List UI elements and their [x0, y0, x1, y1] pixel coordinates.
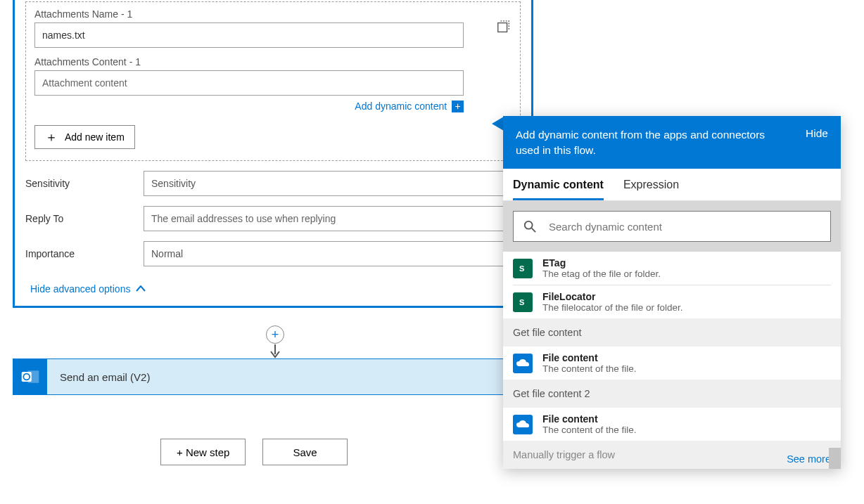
dc-item-title: ETag — [542, 257, 661, 269]
dc-item-file-content-1[interactable]: File content The content of the file. — [503, 347, 841, 380]
sensitivity-label: Sensitivity — [25, 178, 144, 189]
dc-item-file-content-2[interactable]: File content The content of the file. — [503, 408, 841, 441]
plus-icon: ＋ — [45, 131, 58, 143]
dynamic-content-header-text: Add dynamic content from the apps and co… — [516, 127, 769, 157]
footer-buttons: + New step Save — [160, 439, 348, 465]
dc-section-manual-trigger: Manually trigger a flow See more — [503, 441, 841, 469]
sharepoint-icon: S — [513, 292, 533, 312]
attachment-content-input[interactable] — [34, 70, 464, 96]
outlook-icon — [13, 358, 47, 395]
see-more-link[interactable]: See more — [787, 453, 831, 465]
save-button[interactable]: Save — [262, 439, 347, 465]
sensitivity-value: Sensitivity — [151, 178, 196, 189]
dc-item-desc: The content of the file. — [542, 425, 637, 435]
svg-text:S: S — [519, 298, 524, 306]
importance-value: Normal — [151, 248, 183, 259]
dc-item-title: File content — [542, 413, 637, 425]
dynamic-content-header: Add dynamic content from the apps and co… — [503, 116, 841, 169]
dynamic-content-tabs: Dynamic content Expression — [503, 169, 841, 201]
tab-dynamic-content[interactable]: Dynamic content — [513, 179, 604, 200]
svg-point-4 — [525, 221, 533, 229]
tab-expression[interactable]: Expression — [623, 179, 679, 200]
attachment-name-input[interactable] — [34, 22, 464, 48]
dynamic-content-panel: Add dynamic content from the apps and co… — [503, 116, 841, 469]
add-dynamic-content-link[interactable]: Add dynamic content — [355, 101, 447, 112]
add-dynamic-content-row: Add dynamic content + — [34, 100, 464, 112]
importance-select[interactable]: Normal — [144, 241, 521, 266]
hide-advanced-options-link[interactable]: Hide advanced options — [30, 283, 146, 295]
scrollbar-thumb[interactable] — [829, 448, 841, 469]
hide-advanced-label: Hide advanced options — [30, 283, 130, 295]
dc-section-get-file-content-2: Get file content 2 — [503, 380, 841, 408]
switch-to-array-icon[interactable] — [496, 20, 512, 35]
attachment-name-label: Attachments Name - 1 — [34, 8, 512, 20]
dynamic-content-search[interactable] — [513, 211, 831, 242]
replyto-input[interactable] — [144, 206, 521, 231]
dc-item-title: FileLocator — [542, 291, 683, 302]
dc-item-filelocator[interactable]: S FileLocator The filelocator of the fil… — [503, 285, 841, 318]
dc-section-get-file-content: Get file content — [503, 318, 841, 347]
arrow-down-icon — [270, 344, 280, 358]
action-card: Attachments Name - 1 Attachments Content… — [13, 0, 533, 308]
dc-item-desc: The filelocator of the file or folder. — [542, 302, 683, 313]
sharepoint-icon: S — [513, 259, 533, 278]
chevron-up-icon — [136, 285, 146, 292]
replyto-row: Reply To — [15, 206, 531, 231]
dc-item-title: File content — [542, 352, 637, 363]
search-input[interactable] — [547, 220, 820, 233]
onedrive-icon — [513, 354, 533, 373]
dynamic-content-search-area — [503, 201, 841, 252]
importance-row: Importance Normal — [15, 241, 531, 266]
svg-text:S: S — [519, 264, 524, 273]
send-email-title: Send an email (V2) — [60, 371, 150, 383]
dynamic-content-list: ▴ S ETag The etag of the file or folder.… — [503, 252, 841, 469]
replyto-label: Reply To — [25, 213, 144, 224]
callout-pointer — [492, 117, 504, 131]
add-new-item-button[interactable]: ＋ Add new item — [34, 125, 135, 149]
attachments-group: Attachments Name - 1 Attachments Content… — [25, 1, 521, 161]
svg-rect-0 — [498, 23, 507, 32]
search-icon — [523, 220, 536, 233]
hide-panel-link[interactable]: Hide — [806, 127, 828, 157]
insert-step-button[interactable]: + — [266, 325, 284, 344]
dc-item-desc: The etag of the file or folder. — [542, 269, 661, 279]
add-dynamic-plus-icon[interactable]: + — [452, 101, 464, 112]
sensitivity-select[interactable]: Sensitivity — [144, 171, 521, 196]
new-step-button[interactable]: + New step — [160, 439, 246, 465]
send-email-action[interactable]: Send an email (V2) — [13, 358, 533, 395]
onedrive-icon — [513, 415, 533, 434]
dc-section-label: Manually trigger a flow — [513, 449, 615, 460]
add-new-item-label: Add new item — [65, 131, 125, 143]
importance-label: Importance — [25, 248, 144, 259]
dc-item-etag[interactable]: S ETag The etag of the file or folder. — [503, 252, 841, 285]
dc-item-desc: The content of the file. — [542, 363, 637, 374]
attachment-content-label: Attachments Content - 1 — [34, 56, 512, 67]
sensitivity-row: Sensitivity Sensitivity — [15, 171, 531, 196]
